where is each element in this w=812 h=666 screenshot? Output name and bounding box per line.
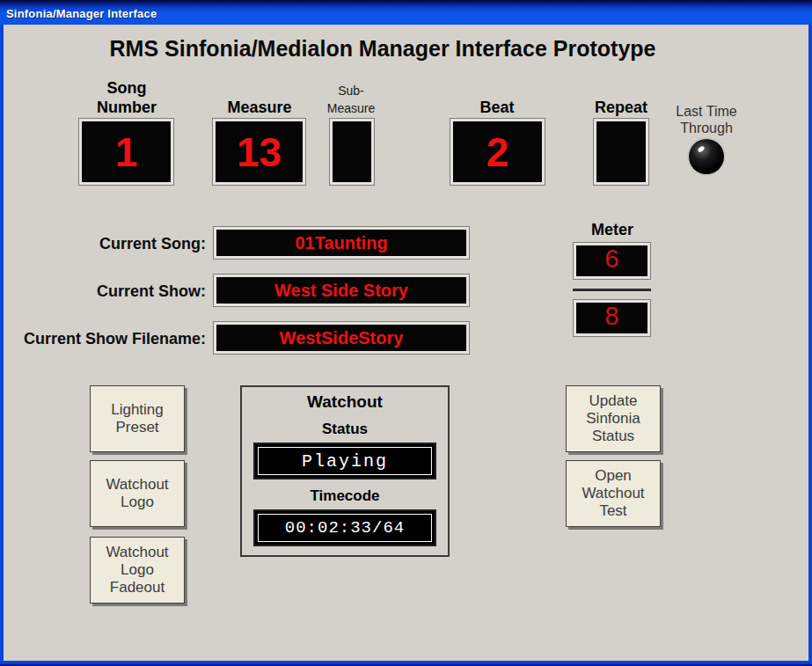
open-watchout-test-button[interactable]: Open Watchout Test <box>566 460 661 527</box>
repeat-label: Repeat <box>590 94 652 117</box>
app-window: Sinfonia/Manager Interface RMS Sinfonia/… <box>0 0 812 666</box>
current-show-label: Current Show: <box>7 282 206 301</box>
song-number-display: 1 <box>79 119 173 185</box>
window-title: Sinfonia/Manager Interface <box>6 7 157 20</box>
song-number-value: 1 <box>115 128 138 176</box>
watchout-panel-title: Watchout <box>242 392 448 412</box>
beat-display: 2 <box>450 119 545 185</box>
song-number-label: Song Number <box>87 76 166 117</box>
watchout-status-display: Playing <box>253 443 436 479</box>
meter-denominator-display: 8 <box>574 300 650 336</box>
sub-measure-label: Sub-Measure <box>324 77 378 117</box>
current-show-filename-display: WestSideStory <box>214 322 469 354</box>
meter-numerator-value: 6 <box>604 246 619 275</box>
measure-label: Measure <box>213 94 306 117</box>
meter-numerator-display: 6 <box>574 243 650 279</box>
current-show-value: West Side Story <box>274 281 408 301</box>
watchout-status-value: Playing <box>258 447 432 475</box>
beat-label: Beat <box>450 94 544 117</box>
page-title: RMS Sinfonia/Medialon Manager Interface … <box>35 36 730 62</box>
lighting-preset-button[interactable]: Lighting Preset <box>90 385 185 452</box>
current-show-filename-value: WestSideStory <box>280 328 404 348</box>
current-show-filename-label: Current Show Filename: <box>7 330 206 348</box>
meter-denominator-value: 8 <box>604 304 619 333</box>
watchout-timecode-display: 00:02:33/64 <box>253 509 436 546</box>
watchout-timecode-value: 00:02:33/64 <box>258 514 432 542</box>
watchout-logo-button[interactable]: Watchout Logo <box>90 460 185 527</box>
current-show-display: West Side Story <box>214 274 469 306</box>
beat-value: 2 <box>486 128 509 176</box>
meter-label: Meter <box>572 221 653 239</box>
repeat-display <box>594 119 648 185</box>
current-song-display: 01Taunting <box>214 227 469 259</box>
watchout-timecode-label: Timecode <box>242 487 448 505</box>
meter-fraction-divider <box>573 289 651 291</box>
last-time-through-led-indicator <box>689 139 724 174</box>
titlebar[interactable]: Sinfonia/Manager Interface <box>0 0 812 25</box>
current-song-value: 01Taunting <box>295 233 387 253</box>
update-sinfonia-status-button[interactable]: Update Sinfonia Status <box>566 385 661 452</box>
watchout-status-label: Status <box>242 421 448 438</box>
current-song-label: Current Song: <box>7 235 206 253</box>
measure-display: 13 <box>213 119 305 185</box>
watchout-logo-fadeout-button[interactable]: Watchout Logo Fadeout <box>90 537 185 604</box>
content-area: RMS Sinfonia/Medialon Manager Interface … <box>4 25 808 661</box>
last-time-through-label: Last Time Through <box>669 101 744 136</box>
watchout-panel: Watchout Status Playing Timecode 00:02:3… <box>240 385 450 557</box>
measure-value: 13 <box>237 128 282 176</box>
sub-measure-display <box>330 119 374 185</box>
